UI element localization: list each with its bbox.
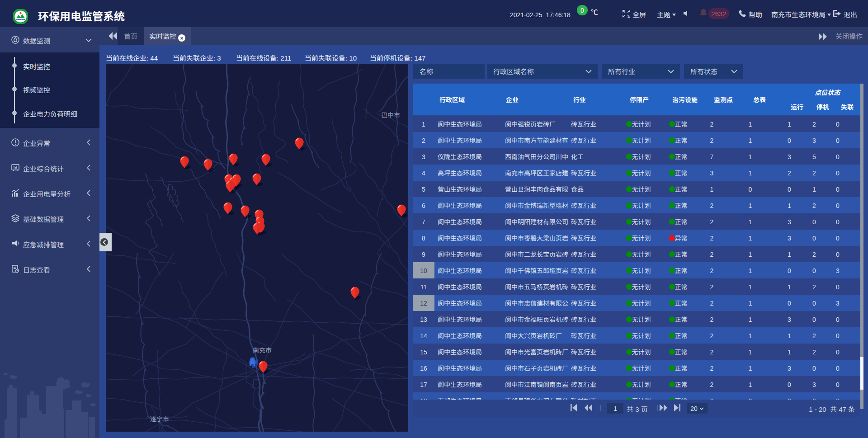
svg-text:巴中市: 巴中市 <box>381 110 400 119</box>
svg-text:南充市: 南充市 <box>253 345 272 354</box>
svg-text:遂宁市: 遂宁市 <box>150 414 169 423</box>
